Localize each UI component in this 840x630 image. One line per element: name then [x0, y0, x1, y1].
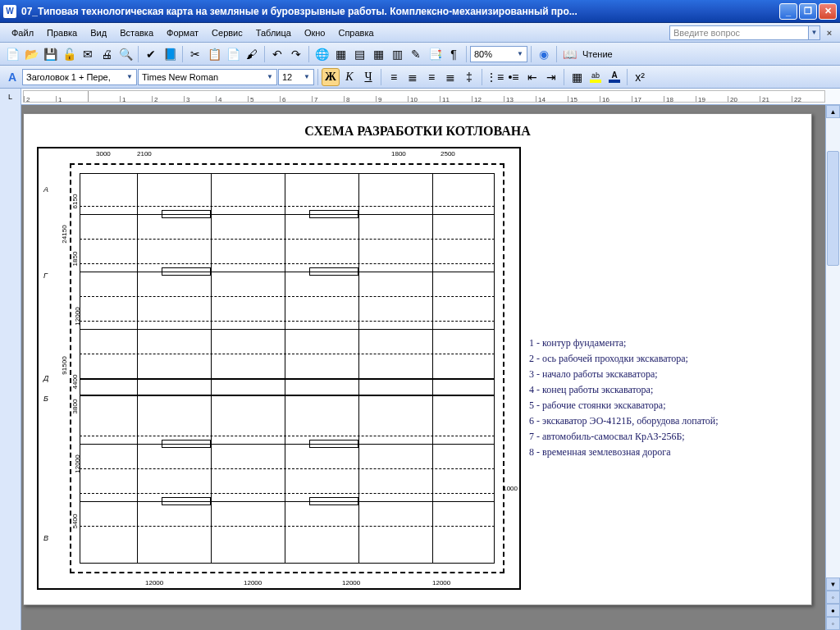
format-painter-icon[interactable]: 🖌	[243, 45, 261, 63]
dim-4400: 4400	[71, 375, 79, 390]
menu-format[interactable]: Формат	[160, 26, 205, 39]
excel-icon[interactable]: ▦	[369, 45, 387, 63]
ask-dropdown-icon[interactable]: ▼	[809, 25, 820, 40]
scroll-down-icon[interactable]: ▼	[826, 578, 840, 591]
fontcolor-icon[interactable]: A	[605, 68, 623, 86]
ruler-row: L 2112345678910111213141516171819202122	[0, 89, 840, 105]
dim-top-1800: 1800	[391, 150, 406, 158]
menu-tools[interactable]: Сервис	[205, 26, 249, 39]
vscroll-thumb[interactable]	[827, 151, 839, 266]
excavation-diagram: А Г Д Б В 3000 2100 1800 2500 24150 9150…	[37, 147, 521, 590]
font-combo[interactable]: Times New Roman▼	[138, 69, 277, 85]
dim-top-2500: 2500	[441, 150, 455, 158]
dim-1850: 1850	[71, 252, 79, 267]
superscript-icon[interactable]: x²	[631, 68, 649, 86]
dim-top-3000: 3000	[96, 150, 111, 158]
legend-item-3: 3 - начало работы экскаватора;	[529, 367, 798, 381]
menu-view[interactable]: Вид	[84, 26, 113, 39]
menu-help[interactable]: Справка	[331, 26, 380, 39]
reading-label[interactable]: Чтение	[579, 49, 616, 59]
menu-file[interactable]: Файл	[5, 26, 40, 39]
standard-toolbar: 📄 📂 💾 🔓 ✉ 🖨 🔍 ✔ 📘 ✂ 📋 📄 🖌 ↶ ↷ 🌐 ▦ ▤ ▦ ▥ …	[0, 43, 840, 66]
tables-borders-icon[interactable]: ▦	[331, 45, 349, 63]
print-icon[interactable]: 🖨	[98, 45, 116, 63]
vertical-scrollbar[interactable]: ▲ ▼ ◦ ● ◦	[825, 105, 840, 630]
dim-6150: 6150	[71, 194, 79, 209]
align-center-icon[interactable]: ≣	[404, 68, 422, 86]
maximize-button[interactable]: ❐	[799, 3, 817, 20]
diagram-legend: 1 - контур фундамента; 2 - ось рабочей п…	[529, 147, 798, 590]
print-preview-icon[interactable]: 🔍	[116, 45, 135, 63]
redo-icon[interactable]: ↷	[287, 45, 305, 63]
style-combo[interactable]: Заголовок 1 + Пере,▼	[22, 69, 137, 85]
axis-label-d: Д	[43, 374, 48, 382]
help-icon[interactable]: ◉	[535, 45, 553, 63]
dim-3800: 3800	[71, 399, 79, 414]
dim-top-2100: 2100	[137, 150, 152, 158]
dim-91500: 91500	[61, 356, 68, 374]
legend-item-8: 8 - временная землевозная дорога	[529, 445, 798, 459]
prev-page-icon[interactable]: ◦	[826, 591, 840, 604]
spellcheck-icon[interactable]: ✔	[142, 45, 160, 63]
research-icon[interactable]: 📘	[161, 45, 179, 63]
minimize-button[interactable]: _	[779, 3, 797, 20]
formatting-toolbar: A Заголовок 1 + Пере,▼ Times New Roman▼ …	[0, 66, 840, 89]
reading-icon[interactable]: 📖	[560, 45, 578, 63]
browse-object-icon[interactable]: ●	[826, 604, 840, 617]
dim-bot3: 12000	[342, 579, 360, 587]
dim-bot4: 12000	[432, 579, 450, 587]
decrease-indent-icon[interactable]: ⇤	[523, 68, 541, 86]
align-justify-icon[interactable]: ≣	[441, 68, 459, 86]
show-marks-icon[interactable]: ¶	[445, 45, 463, 63]
horizontal-ruler[interactable]: 2112345678910111213141516171819202122	[23, 90, 825, 103]
ask-question-input[interactable]: Введите вопрос	[669, 25, 809, 40]
new-doc-icon[interactable]: 📄	[3, 45, 21, 63]
numbering-icon[interactable]: ⋮≡	[486, 68, 504, 86]
fontsize-combo[interactable]: 12▼	[278, 69, 314, 85]
cut-icon[interactable]: ✂	[186, 45, 204, 63]
borders-icon[interactable]: ▦	[568, 68, 586, 86]
insert-table-icon[interactable]: ▤	[350, 45, 368, 63]
bold-button[interactable]: Ж	[322, 68, 340, 86]
window-title: 07_Типовая технологическая карта на земл…	[21, 6, 779, 17]
undo-icon[interactable]: ↶	[268, 45, 286, 63]
dim-bot2: 12000	[244, 579, 262, 587]
hyperlink-icon[interactable]: 🌐	[313, 45, 331, 63]
menu-window[interactable]: Окно	[298, 26, 332, 39]
scroll-up-icon[interactable]: ▲	[826, 105, 840, 118]
drawing-icon[interactable]: ✎	[407, 45, 425, 63]
paste-icon[interactable]: 📄	[224, 45, 242, 63]
bullets-icon[interactable]: •≡	[504, 68, 523, 86]
menu-table[interactable]: Таблица	[249, 26, 298, 39]
next-page-icon[interactable]: ◦	[826, 617, 840, 630]
document-viewport[interactable]: СХЕМА РАЗРАБОТКИ КОТЛОВАНА	[21, 105, 825, 630]
legend-item-6: 6 - экскаватор ЭО-4121Б, оборудова лопат…	[529, 413, 798, 428]
axis-label-b: Б	[43, 395, 48, 403]
italic-button[interactable]: К	[340, 68, 358, 86]
axis-label-v: В	[43, 534, 48, 542]
align-right-icon[interactable]: ≡	[422, 68, 441, 86]
mail-icon[interactable]: ✉	[79, 45, 97, 63]
open-icon[interactable]: 📂	[22, 45, 40, 63]
align-left-icon[interactable]: ≡	[385, 68, 403, 86]
permission-icon[interactable]: 🔓	[60, 45, 78, 63]
menu-insert[interactable]: Вставка	[113, 26, 160, 39]
underline-button[interactable]: Ч	[359, 68, 377, 86]
menu-edit[interactable]: Правка	[40, 26, 84, 39]
save-icon[interactable]: 💾	[41, 45, 59, 63]
legend-item-2: 2 - ось рабочей проходки экскаватора;	[529, 351, 798, 366]
dim-24150: 24150	[61, 225, 68, 243]
page-title: СХЕМА РАЗРАБОТКИ КОТЛОВАНА	[37, 124, 798, 139]
copy-icon[interactable]: 📋	[205, 45, 223, 63]
highlight-icon[interactable]: ab	[587, 68, 605, 86]
zoom-combo[interactable]: 80%▼	[470, 46, 527, 62]
dim-1000: 1000	[503, 485, 518, 492]
close-button[interactable]: ✕	[819, 3, 837, 20]
increase-indent-icon[interactable]: ⇥	[542, 68, 560, 86]
columns-icon[interactable]: ▥	[388, 45, 406, 63]
docmap-icon[interactable]: 📑	[426, 45, 444, 63]
styles-pane-icon[interactable]: A	[3, 68, 21, 86]
close-help-button[interactable]: ×	[824, 27, 835, 39]
vertical-ruler[interactable]	[0, 105, 21, 630]
line-spacing-icon[interactable]: ‡	[460, 68, 478, 86]
